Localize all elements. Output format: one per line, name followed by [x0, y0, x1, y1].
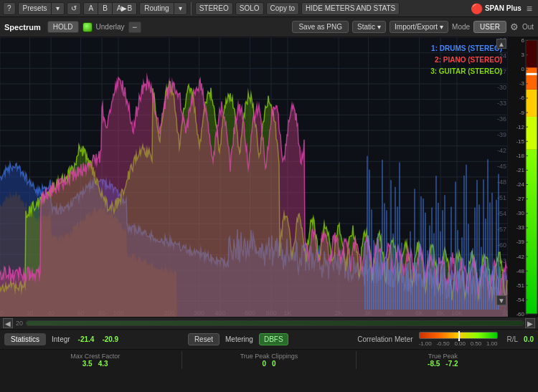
true-peak-group: True Peak -8.5 -7.2 [357, 351, 529, 369]
true-peak-clip-values: 0 0 [262, 360, 275, 368]
freq-nav-bar: ◀ 20 ▶ [0, 317, 538, 330]
scroll-up[interactable]: ▲ [496, 39, 506, 49]
corr-meter-label: Correlation Meter [357, 335, 412, 343]
integr-value1: -21.4 [78, 335, 95, 343]
routing-button[interactable]: Routing [140, 3, 174, 14]
freq-left[interactable]: ◀ [3, 318, 13, 328]
true-peak-values: -8.5 -7.2 [428, 360, 458, 368]
help-button[interactable]: ? [3, 2, 16, 15]
spectrum-toolbar: Spectrum HOLD Underlay − Save as PNG Sta… [0, 17, 538, 37]
reset-button[interactable]: Reset [188, 333, 220, 345]
routing-group: Routing ▾ [139, 2, 187, 15]
undo-button[interactable]: ↺ [67, 2, 81, 15]
scroll-down[interactable]: ▼ [496, 295, 506, 305]
corr-needle [458, 331, 460, 341]
legend-item-piano: 2: PIANO (STEREO) [430, 54, 502, 66]
presets-group: Presets ▾ [18, 2, 65, 15]
max-crest-values: 3.5 4.3 [82, 360, 108, 368]
stats-bar: Statistics Integr -21.4 -20.9 Reset Mete… [0, 330, 538, 350]
a-button[interactable]: A [84, 3, 98, 14]
hide-meters-button[interactable]: HIDE METERS AND STATS [301, 2, 400, 15]
true-peak-clip-val2: 0 [272, 360, 276, 368]
true-peak-clip-label: True Peak Clippings [240, 353, 298, 360]
static-dropdown[interactable]: Static▾ [352, 21, 386, 33]
corr-meter: -1.00 -0.50 0.00 0.50 1.00 [419, 332, 498, 347]
integr-value2: -20.9 [102, 335, 118, 343]
stereo-button[interactable]: STEREO [195, 2, 233, 15]
corr-bar [419, 332, 498, 339]
presets-button[interactable]: Presets [19, 3, 52, 14]
hold-button[interactable]: HOLD [47, 21, 79, 33]
vu-meter-panel [508, 37, 538, 317]
spectrum-canvas [0, 37, 508, 317]
out-label: Out [522, 23, 534, 31]
hamburger-button[interactable]: ≡ [524, 3, 535, 14]
legend-item-drums: 1: DRUMS (STEREO) [430, 43, 502, 54]
logo: 🔴 SPAN Plus [471, 3, 522, 14]
corr-scale: -1.00 -0.50 0.00 0.50 1.00 [419, 340, 498, 347]
max-crest-val2: 4.3 [98, 360, 108, 368]
legend-item-guitar: 3: GUITAR (STEREO) [430, 66, 502, 77]
logo-text: SPAN Plus [485, 4, 522, 12]
user-mode-box: USER [473, 21, 506, 33]
true-peak-val1: -8.5 [428, 360, 440, 368]
vu-canvas [509, 37, 538, 317]
routing-dropdown[interactable]: ▾ [174, 3, 187, 14]
spectrum-label: Spectrum [4, 23, 41, 32]
separator1 [191, 2, 192, 15]
ab-button[interactable]: A▶B [113, 3, 136, 14]
b-button[interactable]: B [98, 3, 113, 14]
ab-group: A B A▶B [83, 2, 137, 15]
corr-value: 0.0 [524, 335, 534, 343]
stats-details: Max Crest Factor 3.5 4.3 True Peak Clipp… [0, 350, 538, 370]
true-peak-clip-group: True Peak Clippings 0 0 [182, 351, 356, 369]
main-area: 1: DRUMS (STEREO) 2: PIANO (STEREO) 3: G… [0, 37, 538, 317]
freq-right[interactable]: ▶ [525, 318, 535, 328]
solo-button[interactable]: SOLO [235, 2, 264, 15]
metering-label: Metering [225, 335, 253, 343]
copy-to-button[interactable]: Copy to [266, 2, 299, 15]
integr-label: Integr [52, 335, 70, 343]
true-peak-label: True Peak [428, 353, 458, 360]
max-crest-group: Max Crest Factor 3.5 4.3 [9, 351, 182, 369]
statistics-tab[interactable]: Statistics [4, 333, 46, 345]
main-toolbar: ? Presets ▾ ↺ A B A▶B Routing ▾ STEREO S… [0, 0, 538, 17]
max-crest-label: Max Crest Factor [70, 353, 120, 360]
save-png-button[interactable]: Save as PNG [292, 21, 349, 33]
mode-label: Mode [452, 23, 470, 31]
dbfs-button[interactable]: DBFS [259, 333, 288, 345]
import-export-dropdown[interactable]: Import/Export▾ [390, 21, 448, 33]
gear-icon[interactable]: ⚙ [510, 21, 519, 32]
true-peak-val2: -7.2 [445, 360, 458, 368]
true-peak-clip-val1: 0 [262, 360, 266, 368]
underlay-label: Underlay [96, 23, 125, 31]
presets-dropdown[interactable]: ▾ [52, 3, 64, 14]
underlay-minus[interactable]: − [128, 21, 141, 33]
rl-label: R/L [507, 335, 519, 343]
legend: 1: DRUMS (STEREO) 2: PIANO (STEREO) 3: G… [430, 43, 502, 77]
spectrum-display: 1: DRUMS (STEREO) 2: PIANO (STEREO) 3: G… [0, 37, 508, 317]
max-crest-val1: 3.5 [82, 360, 93, 368]
freq-nav-label: 20 [16, 320, 23, 327]
active-led [82, 22, 93, 32]
